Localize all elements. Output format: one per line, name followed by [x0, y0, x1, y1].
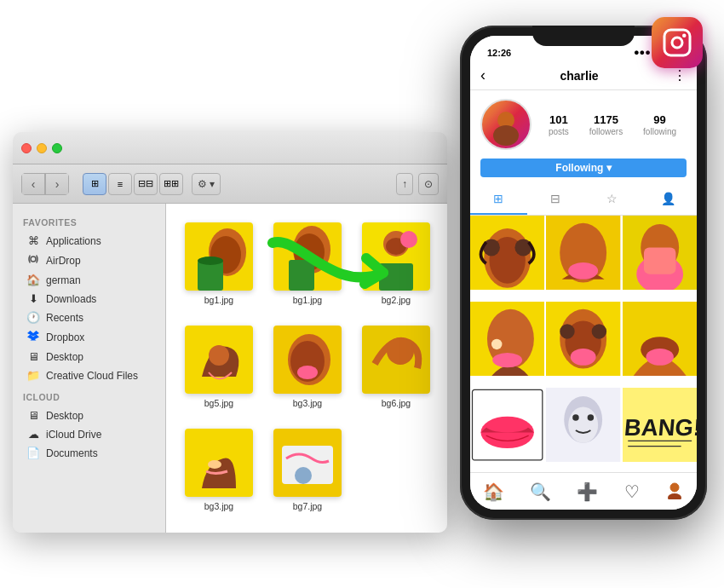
svg-point-20	[297, 366, 318, 379]
sidebar-item-documents[interactable]: 📄 Documents	[16, 444, 162, 462]
file-name-bg6: bg6.jpg	[382, 398, 411, 408]
svg-point-33	[483, 239, 500, 256]
sidebar-item-downloads[interactable]: ⬇ Downloads	[16, 290, 162, 308]
ig-grid-item-1[interactable]	[470, 216, 544, 290]
phone-notch	[532, 26, 635, 46]
file-item-bg1-1[interactable]: bg1.jpg	[180, 217, 258, 310]
sidebar-item-creative-cloud[interactable]: 📁 Creative Cloud Files	[16, 366, 162, 384]
icon-view-button[interactable]: ⊞	[83, 173, 106, 195]
sidebar-documents-label: Documents	[46, 447, 98, 459]
file-name-bg3-2: bg3.jpg	[204, 501, 233, 511]
followers-label: followers	[589, 127, 623, 136]
ig-grid-item-6[interactable]	[623, 302, 697, 376]
sidebar-item-icloud-drive[interactable]: ☁ iCloud Drive	[16, 425, 162, 443]
gallery-view-button[interactable]: ⊞⊞	[159, 173, 183, 195]
sidebar-applications-label: Applications	[46, 235, 101, 247]
svg-rect-41	[644, 247, 675, 274]
sidebar-desktop-label: Desktop	[46, 351, 83, 363]
minimize-button[interactable]	[37, 143, 47, 153]
airdrop-icon	[26, 253, 40, 268]
status-time: 12:26	[487, 48, 511, 58]
svg-point-14	[400, 231, 417, 248]
recents-icon: 🕐	[26, 311, 40, 324]
file-item-bg3[interactable]: bg3.jpg	[268, 320, 347, 413]
ig-tab-tagged[interactable]: ☆	[583, 184, 641, 215]
file-item-bg3-2[interactable]: bg3.jpg	[180, 424, 258, 516]
phone-frame: 12:26 ●●● 📶 🔋 ‹ charlie ⋮	[460, 26, 707, 520]
forward-button[interactable]: ›	[45, 173, 69, 195]
svg-rect-70	[664, 30, 690, 55]
ig-tab-reels[interactable]: ⊟	[527, 184, 584, 215]
ig-grid-item-7[interactable]	[470, 388, 544, 462]
back-button[interactable]: ‹	[21, 173, 45, 195]
instagram-icon	[662, 27, 692, 58]
documents-icon: 📄	[26, 447, 40, 459]
following-label: following	[643, 127, 676, 136]
file-name-bg2: bg2.jpg	[382, 295, 411, 305]
share-button[interactable]: ↑	[396, 173, 413, 195]
ig-stat-followers: 1175 followers	[589, 113, 623, 136]
file-item-bg5[interactable]: bg5.jpg	[180, 320, 258, 413]
heart-nav-icon[interactable]: ♡	[624, 481, 640, 502]
sidebar-item-applications[interactable]: ⌘ Applications	[16, 232, 162, 250]
file-item-bg1-2[interactable]: bg1.jpg	[268, 217, 347, 310]
sidebar-item-recents[interactable]: 🕐 Recents	[16, 308, 162, 326]
file-thumb-bg2	[362, 222, 430, 291]
file-thumb-bg7	[273, 429, 342, 497]
ig-grid-item-4[interactable]	[470, 302, 544, 376]
svg-point-62	[573, 414, 579, 420]
phone-container: 12:26 ●●● 📶 🔋 ‹ charlie ⋮	[460, 26, 707, 520]
search-nav-icon[interactable]: 🔍	[530, 481, 551, 502]
svg-point-54	[646, 349, 673, 366]
file-thumb-bg5	[185, 326, 253, 394]
ig-profile-stats: 101 posts 1175 followers 99 following	[470, 90, 697, 159]
follow-button[interactable]: Following ▾	[480, 159, 687, 177]
tag-button[interactable]: ⊙	[418, 173, 439, 195]
svg-rect-9	[289, 260, 314, 291]
file-thumb-bg6	[362, 326, 430, 394]
sidebar-dropbox-label: Dropbox	[46, 331, 84, 343]
creative-cloud-icon: 📁	[26, 369, 40, 382]
ig-grid-item-2[interactable]	[546, 216, 620, 290]
svg-rect-4	[198, 261, 223, 291]
file-name-bg1-2: bg1.jpg	[293, 295, 322, 305]
file-item-bg6[interactable]: bg6.jpg	[357, 320, 435, 413]
home-icon: 🏠	[26, 274, 40, 286]
svg-point-58	[486, 419, 529, 432]
sidebar-item-icloud-desktop[interactable]: 🖥 Desktop	[16, 406, 162, 424]
sidebar-icloud-drive-label: iCloud Drive	[46, 429, 101, 441]
ig-tab-grid[interactable]: ⊞	[470, 184, 527, 215]
home-nav-icon[interactable]: 🏠	[483, 481, 504, 502]
file-item-bg7[interactable]: bg7.jpg	[268, 424, 347, 516]
ig-grid-item-9[interactable]: BANG!	[623, 388, 697, 462]
close-button[interactable]	[21, 143, 32, 153]
sidebar-item-airdrop[interactable]: AirDrop	[16, 251, 162, 270]
file-item-bg2[interactable]: bg2.jpg	[357, 217, 435, 310]
sidebar-item-german[interactable]: 🏠 german	[16, 271, 162, 289]
ig-grid: BANG!	[470, 216, 697, 472]
svg-point-63	[588, 414, 594, 420]
sidebar-item-desktop[interactable]: 🖥 Desktop	[16, 348, 162, 366]
svg-point-50	[560, 324, 575, 338]
ig-grid-item-3[interactable]	[623, 216, 697, 290]
ig-username: charlie	[486, 69, 673, 83]
list-view-button[interactable]: ≡	[108, 173, 132, 195]
svg-point-45	[491, 339, 502, 349]
zoom-button[interactable]	[52, 143, 62, 153]
ig-grid-item-8[interactable]	[546, 388, 620, 462]
icloud-desktop-icon: 🖥	[26, 409, 40, 422]
column-view-button[interactable]: ⊟⊟	[134, 173, 158, 195]
ig-tab-person[interactable]: 👤	[641, 184, 698, 215]
followers-count: 1175	[594, 113, 618, 126]
downloads-icon: ⬇	[26, 292, 40, 305]
sidebar-downloads-label: Downloads	[46, 293, 96, 305]
file-thumb-bg1-1	[185, 222, 253, 291]
sidebar-item-dropbox[interactable]: Dropbox	[16, 327, 162, 347]
file-name-bg3: bg3.jpg	[293, 398, 322, 408]
more-options-icon[interactable]: ⋮	[673, 67, 687, 84]
profile-nav-icon[interactable]	[665, 481, 684, 503]
sidebar-creative-cloud-label: Creative Cloud Files	[46, 370, 138, 382]
ig-grid-item-5[interactable]	[546, 302, 620, 376]
add-nav-icon[interactable]: ➕	[577, 481, 598, 502]
action-button[interactable]: ⚙ ▾	[192, 173, 221, 195]
